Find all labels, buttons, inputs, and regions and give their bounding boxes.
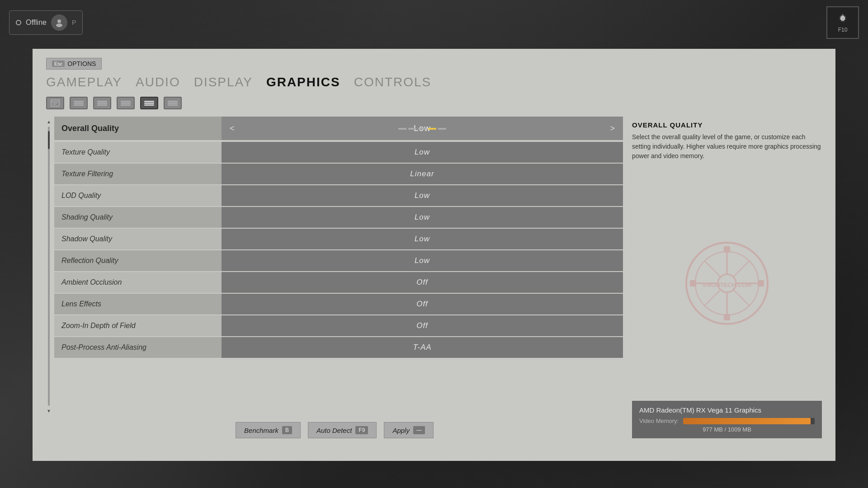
dot-1 [398, 128, 406, 130]
tab-gameplay[interactable]: GAMEPLAY [46, 75, 122, 89]
status-dot [16, 20, 21, 25]
settings-list: Overall Quality < Low [54, 117, 623, 416]
zoom-dof-value-container: Off [222, 315, 623, 336]
vram-total: 1009 MB [728, 426, 751, 433]
ambient-occlusion-label: Ambient Occlusion [54, 278, 222, 286]
texture-quality-row[interactable]: Texture Quality Low [54, 142, 623, 163]
tab-audio[interactable]: AUDIO [136, 75, 180, 89]
settings-button[interactable]: F10 [826, 6, 859, 39]
profile-icon-settings[interactable] [46, 97, 64, 109]
top-bar: Offline P F10 [0, 0, 868, 45]
shading-quality-value-container: Low [222, 207, 623, 228]
reflection-quality-label: Reflection Quality [54, 257, 222, 265]
scroll-up[interactable]: ▲ [46, 118, 52, 125]
antialiasing-value-container: T-AA [222, 337, 623, 358]
apply-button[interactable]: Apply — [384, 422, 434, 438]
status-badge[interactable]: Offline P [9, 10, 83, 35]
apply-label: Apply [392, 427, 410, 434]
lens-effects-row[interactable]: Lens Effects Off [54, 294, 623, 314]
texture-filtering-value: Linear [410, 169, 434, 178]
profile-presets-row [46, 97, 822, 109]
svg-text:VMODTECH.COM: VMODTECH.COM [703, 282, 751, 288]
settings-key: F10 [838, 27, 848, 33]
zoom-dof-value: Off [416, 321, 428, 330]
lod-quality-row[interactable]: LOD Quality Low [54, 185, 623, 206]
scrollbar[interactable]: ▲ ▼ [46, 117, 52, 416]
overall-quality-next[interactable]: > [607, 124, 618, 133]
texture-quality-label: Texture Quality [54, 148, 222, 156]
gpu-name: AMD Radeon(TM) RX Vega 11 Graphics [639, 406, 815, 414]
autodetect-button[interactable]: Auto Detect F9 [308, 422, 377, 438]
lens-effects-value: Off [416, 300, 428, 309]
vram-separator: / [725, 426, 728, 433]
autodetect-key: F9 [355, 426, 368, 434]
svg-line-15 [733, 290, 750, 306]
svg-rect-20 [690, 280, 696, 286]
ambient-occlusion-value: Off [416, 278, 428, 287]
shading-quality-row[interactable]: Shading Quality Low [54, 207, 623, 228]
tab-controls[interactable]: CONTROLS [354, 75, 432, 89]
dot-5 [438, 128, 446, 130]
bottom-bar: Benchmark B Auto Detect F9 Apply — [46, 422, 623, 438]
dot-3 [418, 128, 426, 130]
player-initial: P [72, 19, 76, 26]
overall-quality-prev[interactable]: < [227, 124, 237, 133]
zoom-dof-row[interactable]: Zoom-In Depth of Field Off [54, 315, 623, 336]
texture-filtering-row[interactable]: Texture Filtering Linear [54, 164, 623, 184]
info-box: OVERALL QUALITY Select the overall quali… [632, 117, 822, 165]
reflection-quality-value-container: Low [222, 250, 623, 271]
autodetect-label: Auto Detect [316, 427, 352, 434]
shadow-quality-row[interactable]: Shadow Quality Low [54, 229, 623, 249]
right-panel: OVERALL QUALITY Select the overall quali… [632, 117, 822, 438]
overall-quality-row[interactable]: Overall Quality < Low [54, 117, 623, 140]
reflection-quality-row[interactable]: Reflection Quality Low [54, 250, 623, 271]
shadow-quality-value-container: Low [222, 229, 623, 249]
lens-effects-label: Lens Effects [54, 300, 222, 308]
zoom-dof-label: Zoom-In Depth of Field [54, 322, 222, 330]
svg-line-17 [704, 290, 721, 306]
gpu-info-box: AMD Radeon(TM) RX Vega 11 Graphics Video… [632, 401, 822, 438]
vram-bar-fill [683, 418, 811, 424]
back-button[interactable]: Esc OPTIONS [46, 58, 102, 70]
antialiasing-row[interactable]: Post-Process Anti-Aliasing T-AA [54, 337, 623, 358]
scroll-thumb [48, 131, 50, 149]
ambient-occlusion-value-container: Off [222, 272, 623, 293]
lod-quality-label: LOD Quality [54, 192, 222, 200]
ambient-occlusion-row[interactable]: Ambient Occlusion Off [54, 272, 623, 293]
shadow-quality-value: Low [415, 235, 430, 244]
shading-quality-label: Shading Quality [54, 213, 222, 221]
svg-line-14 [704, 261, 721, 277]
tab-graphics[interactable]: GRAPHICS [266, 75, 340, 89]
texture-quality-value: Low [415, 148, 430, 157]
svg-rect-18 [724, 246, 730, 253]
profile-preset-3[interactable] [117, 97, 135, 109]
overall-quality-label: Overall Quality [54, 124, 222, 133]
scroll-down[interactable]: ▼ [46, 408, 52, 414]
vram-row: Video Memory: [639, 418, 815, 424]
benchmark-button[interactable]: Benchmark B [236, 422, 301, 438]
texture-filtering-label: Texture Filtering [54, 170, 222, 178]
benchmark-label: Benchmark [244, 427, 278, 434]
esc-key: Esc [52, 61, 65, 67]
dot-2 [408, 128, 416, 130]
svg-rect-21 [758, 280, 764, 286]
profile-preset-1[interactable] [70, 97, 88, 109]
lod-quality-value: Low [415, 191, 430, 200]
options-label: OPTIONS [67, 60, 96, 67]
profile-preset-2[interactable] [93, 97, 111, 109]
svg-rect-19 [724, 314, 730, 320]
lens-effects-value-container: Off [222, 294, 623, 314]
antialiasing-label: Post-Process Anti-Aliasing [54, 343, 222, 352]
vram-bar-bg [683, 418, 815, 424]
svg-point-0 [57, 19, 61, 23]
tab-display[interactable]: DISPLAY [194, 75, 253, 89]
quality-dots [398, 128, 446, 130]
texture-quality-value-container: Low [222, 142, 623, 163]
scroll-bar [48, 127, 50, 406]
vram-label: Video Memory: [639, 418, 679, 424]
svg-line-16 [733, 261, 750, 277]
main-panel: Esc OPTIONS GAMEPLAY AUDIO DISPLAY GRAPH… [33, 49, 835, 461]
info-title: OVERALL QUALITY [632, 121, 822, 129]
profile-preset-5[interactable] [164, 97, 182, 109]
profile-preset-4[interactable] [140, 97, 158, 109]
